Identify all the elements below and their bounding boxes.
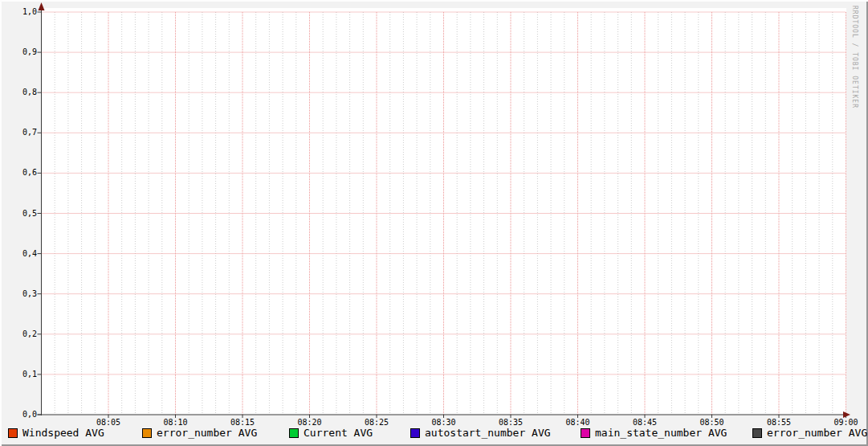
y-axis-tick-label: 0,9 xyxy=(10,47,37,57)
legend-color-swatch xyxy=(410,428,420,438)
legend-color-swatch xyxy=(289,428,299,438)
legend-label: Current AVG xyxy=(304,428,373,439)
plot-area xyxy=(42,8,846,415)
legend-color-swatch xyxy=(752,428,762,438)
legend-label: main_state_number AVG xyxy=(595,428,727,439)
legend-label: error_number AVG xyxy=(157,428,257,439)
y-axis-tick-label: 0,4 xyxy=(10,249,37,259)
legend-color-swatch xyxy=(581,428,590,438)
x-axis-tick-label: 08:40 xyxy=(562,418,594,428)
legend-label: error_number AVG xyxy=(767,428,867,439)
watermark-text: RRDTOOL / TOBI OETIKER xyxy=(851,6,858,108)
y-axis-tick-label: 0,2 xyxy=(10,329,37,339)
y-axis-tick-label: 0,1 xyxy=(10,370,37,379)
y-axis-tick-label: 0,7 xyxy=(10,128,37,137)
legend-item: autostart_number AVG xyxy=(410,428,551,439)
legend-item: main_state_number AVG xyxy=(581,428,727,439)
legend-label: autostart_number AVG xyxy=(425,428,551,439)
legend-item: Current AVG xyxy=(289,428,373,439)
legend-color-swatch xyxy=(8,428,18,438)
rrdtool-graph: 1,00,90,80,70,60,50,40,30,20,10,0 08:050… xyxy=(0,0,868,446)
y-axis-tick-label: 0,6 xyxy=(10,168,37,178)
legend-item: error_number AVG xyxy=(752,428,867,439)
y-axis-tick-label: 0,0 xyxy=(10,410,37,419)
legend-item: Windspeed AVG xyxy=(8,428,104,439)
y-axis-tick-label: 1,0 xyxy=(10,7,37,17)
y-axis-tick-label: 0,5 xyxy=(10,209,37,219)
y-axis-tick-label: 0,8 xyxy=(10,88,37,97)
y-axis-tick-label: 0,3 xyxy=(10,289,37,299)
legend-color-swatch xyxy=(142,428,152,438)
legend-item: error_number AVG xyxy=(142,428,257,439)
legend-label: Windspeed AVG xyxy=(22,428,104,439)
